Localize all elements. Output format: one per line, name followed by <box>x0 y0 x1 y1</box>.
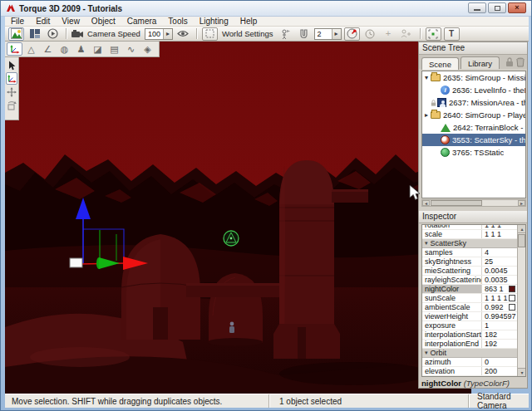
layout-button[interactable] <box>27 27 42 41</box>
time-of-day-toggle[interactable] <box>344 27 360 41</box>
property-value[interactable]: 863 1 <box>482 285 517 293</box>
property-value[interactable]: 1 1 1 1 <box>482 294 517 302</box>
add-object-button[interactable]: + <box>381 27 397 41</box>
player-drop-button[interactable] <box>278 27 293 41</box>
inspector-vertical-scrollbar[interactable]: ▴ ▾ <box>517 225 525 376</box>
menu-file[interactable]: File <box>5 17 30 27</box>
close-button[interactable]: × <box>508 2 526 13</box>
terrain-block-tool[interactable]: ◪ <box>90 42 106 56</box>
property-name[interactable]: rotation <box>422 224 482 229</box>
object-editor-tool[interactable] <box>7 42 22 56</box>
translate-tool[interactable] <box>6 86 17 98</box>
tab-library[interactable]: Library <box>461 56 500 69</box>
property-value[interactable]: 0.992 <box>482 303 517 311</box>
scene-editor-button[interactable] <box>8 27 24 41</box>
property-value[interactable]: 192 <box>482 340 517 348</box>
menu-help[interactable]: Help <box>234 17 264 27</box>
scroll-left-icon[interactable]: ◂ <box>422 200 430 206</box>
tree-item-tsstatic[interactable]: 3765: TSStatic <box>422 146 525 159</box>
camera-speed-dropdown-arrow[interactable]: ▸ <box>163 29 172 39</box>
sky-object-marker[interactable] <box>224 231 239 246</box>
menu-view[interactable]: View <box>56 17 86 27</box>
property-name[interactable]: samples <box>422 248 482 257</box>
property-name[interactable]: exposure <box>422 321 482 330</box>
scrollbar-thumb[interactable] <box>518 234 525 247</box>
menu-lighting[interactable]: Lighting <box>194 17 234 27</box>
property-name[interactable]: scale <box>422 230 482 238</box>
tree-item-missiongroup[interactable]: ▾ 2635: SimGroup - MissionGroup <box>422 71 525 84</box>
property-name[interactable]: interpolationEnd <box>422 340 482 348</box>
menu-edit[interactable]: Edit <box>30 17 56 27</box>
property-name[interactable]: interpolationStart <box>422 330 482 339</box>
datablock-editor-tool[interactable]: ♟ <box>73 42 89 56</box>
inspector-row-nightcolor[interactable]: nightColor 863 1 <box>422 285 517 294</box>
property-value[interactable]: 1 <box>482 321 517 330</box>
gizmo-origin-handle[interactable] <box>70 258 82 267</box>
tab-scene[interactable]: Scene <box>421 57 459 70</box>
property-name[interactable]: elevation <box>422 367 482 375</box>
lock-icon[interactable] <box>505 57 514 67</box>
property-name[interactable]: viewerHeight <box>422 312 482 320</box>
render-options-button[interactable] <box>426 27 441 41</box>
color-swatch[interactable] <box>509 286 515 292</box>
road-editor-tool[interactable]: ▤ <box>106 42 122 56</box>
scrollbar-thumb[interactable] <box>431 200 482 206</box>
property-name[interactable]: ambientScale <box>422 303 482 311</box>
property-value[interactable]: 200 <box>482 367 517 375</box>
move-tool[interactable] <box>6 72 17 85</box>
scroll-down-icon[interactable]: ▾ <box>518 368 526 376</box>
tree-item-levelinfo[interactable]: i 2636: LevelInfo - theLevelInfo <box>422 84 525 96</box>
property-value[interactable]: 25 <box>482 257 517 266</box>
fit-selection-button[interactable] <box>202 27 218 41</box>
visibility-button[interactable] <box>175 27 191 41</box>
property-name[interactable]: skyBrightness <box>422 257 482 266</box>
tree-item-terrainblock[interactable]: 2642: TerrainBlock - theTerrain <box>422 121 525 134</box>
property-value[interactable]: 0.994597 <box>482 312 517 320</box>
property-value[interactable]: 0.0035 <box>482 276 517 284</box>
decal-editor-tool[interactable]: ◈ <box>140 42 155 56</box>
camera-speed-dropdown[interactable]: 100 ▸ <box>145 28 173 40</box>
inspector-group-orbit[interactable]: ▾ Orbit <box>422 349 517 358</box>
menu-object[interactable]: Object <box>86 17 121 27</box>
time-button[interactable] <box>362 27 378 41</box>
text-tool-button[interactable]: T <box>444 27 460 41</box>
terrain-editor-tool[interactable]: △ <box>23 42 39 56</box>
scroll-right-icon[interactable]: ▸ <box>518 200 525 206</box>
rotate-tool[interactable] <box>6 99 17 111</box>
property-name[interactable]: azimuth <box>422 358 482 366</box>
property-value[interactable]: 182 <box>482 330 517 339</box>
property-value[interactable]: 0 <box>482 358 517 366</box>
tree-item-missionarea[interactable]: 2637: MissionArea - theMis <box>422 96 525 109</box>
color-swatch[interactable] <box>509 304 515 311</box>
river-editor-tool[interactable]: ∿ <box>123 42 139 56</box>
property-name[interactable]: rayleighScattering <box>422 276 482 284</box>
tree-item-playerdroppoints[interactable]: ▸ 2640: SimGroup - PlayerDropP <box>422 109 525 121</box>
scroll-up-icon[interactable]: ▴ <box>518 225 526 233</box>
material-editor-tool[interactable]: ◍ <box>57 42 72 56</box>
property-value[interactable]: 1 1 1 <box>482 224 517 229</box>
viewport[interactable] <box>5 42 471 394</box>
color-swatch[interactable] <box>509 295 515 301</box>
property-value[interactable]: 1 1 1 <box>482 230 517 238</box>
add-player-button[interactable] <box>399 27 415 41</box>
property-name[interactable]: mieScattering <box>422 267 482 275</box>
snap-size-dropdown[interactable]: 2 ▸ <box>314 28 342 40</box>
tree-item-scattersky[interactable]: 3553: ScatterSky - theSky <box>422 134 525 146</box>
property-name[interactable]: sunScale <box>422 294 482 302</box>
property-value[interactable]: 0.0045 <box>482 267 517 275</box>
snap-size-dropdown-arrow[interactable]: ▸ <box>332 29 341 39</box>
property-name[interactable]: nightColor <box>422 285 482 293</box>
terrain-painter-tool[interactable]: ∠ <box>40 42 56 56</box>
trash-icon[interactable] <box>516 57 525 67</box>
expander-collapsed-icon[interactable]: ▸ <box>422 111 431 119</box>
tree-horizontal-scrollbar[interactable]: ◂ ▸ <box>421 199 526 207</box>
menu-tools[interactable]: Tools <box>162 17 193 27</box>
select-tool[interactable] <box>6 59 17 71</box>
maximize-button[interactable] <box>488 2 506 13</box>
property-value[interactable]: 4 <box>482 248 517 257</box>
expander-expanded-icon[interactable]: ▾ <box>422 74 431 81</box>
minimize-button[interactable] <box>468 2 486 13</box>
snap-toggle-button[interactable] <box>296 27 312 41</box>
menu-camera[interactable]: Camera <box>121 17 163 27</box>
inspector-group-scattersky[interactable]: ▾ ScatterSky <box>422 239 517 248</box>
